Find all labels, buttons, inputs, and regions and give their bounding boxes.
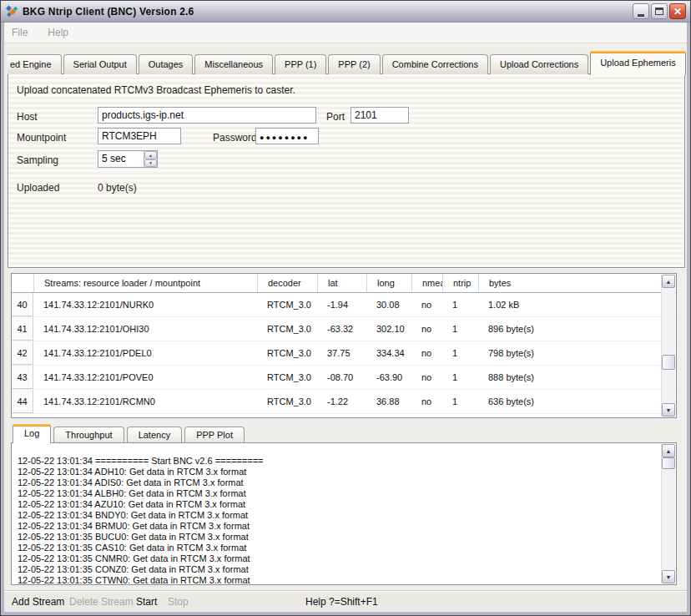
cell-stream[interactable]: 141.74.33.12:2101/RCMN0 bbox=[33, 390, 257, 413]
mountpoint-input[interactable] bbox=[98, 128, 181, 144]
cell-num[interactable]: 40 bbox=[12, 293, 33, 316]
cell-decoder[interactable]: RTCM_3.0 bbox=[257, 317, 317, 341]
sampling-spin-up[interactable]: ▲ bbox=[144, 151, 157, 159]
column-header-long[interactable]: long bbox=[366, 274, 411, 292]
tab-bar: ed EngineSerial OutputOutagesMiscellaneo… bbox=[8, 51, 685, 74]
scroll-up-icon: ▲ bbox=[666, 448, 672, 454]
cell-ntrip[interactable]: 1 bbox=[442, 366, 478, 389]
cell-ntrip[interactable]: 1 bbox=[442, 390, 478, 413]
cell-nmea[interactable]: no bbox=[411, 341, 442, 365]
cell-nmea[interactable]: no bbox=[411, 317, 442, 341]
minimize-button[interactable] bbox=[633, 3, 649, 19]
start-button[interactable]: Start bbox=[136, 596, 157, 608]
tab-upload-ephemeris[interactable]: Upload Ephemeris bbox=[590, 51, 686, 75]
column-header-bytes[interactable]: bytes bbox=[478, 274, 676, 292]
column-header-lat[interactable]: lat bbox=[317, 274, 366, 292]
cell-decoder[interactable]: RTCM_3.0 bbox=[257, 390, 317, 413]
log-line: 12-05-22 13:01:34 BRMU0: Get data in RTC… bbox=[18, 521, 656, 532]
column-header-decoder[interactable]: decoder bbox=[257, 274, 317, 292]
cell-bytes[interactable]: 636 byte(s) bbox=[478, 390, 676, 413]
streams-table: Streams: resource loader / mountpointdec… bbox=[11, 273, 677, 418]
cell-nmea[interactable]: no bbox=[411, 390, 442, 413]
tab-ed-engine[interactable]: ed Engine bbox=[8, 54, 62, 74]
tab-log[interactable]: Log bbox=[13, 424, 51, 443]
tab-ppp-2[interactable]: PPP (2) bbox=[328, 54, 380, 74]
cell-num[interactable]: 41 bbox=[12, 317, 33, 341]
cell-nmea[interactable]: no bbox=[411, 293, 442, 316]
cell-lat[interactable]: -08.70 bbox=[317, 366, 366, 389]
column-header-ntrip[interactable]: ntrip bbox=[442, 274, 478, 292]
tab-upload-corrections[interactable]: Upload Corrections bbox=[490, 54, 588, 74]
streams-header-corner bbox=[12, 274, 33, 292]
tab-outages[interactable]: Outages bbox=[139, 54, 194, 74]
cell-long[interactable]: -63.90 bbox=[366, 366, 411, 389]
cell-stream[interactable]: 141.74.33.12:2101/POVE0 bbox=[33, 366, 257, 389]
menu-bar: File Help bbox=[4, 23, 687, 43]
tab-ppp-1[interactable]: PPP (1) bbox=[275, 54, 326, 74]
cell-num[interactable]: 44 bbox=[12, 390, 33, 413]
cell-bytes[interactable]: 798 byte(s) bbox=[478, 341, 676, 365]
window-border-right bbox=[687, 23, 690, 615]
streams-scrollbar[interactable]: ▲ ▼ bbox=[661, 275, 675, 417]
cell-nmea[interactable]: no bbox=[411, 366, 442, 389]
scroll-up-icon: ▲ bbox=[666, 279, 672, 285]
cell-num[interactable]: 42 bbox=[12, 341, 33, 365]
stop-button[interactable]: Stop bbox=[168, 596, 189, 608]
cell-bytes[interactable]: 888 byte(s) bbox=[478, 366, 676, 389]
tab-ppp-plot[interactable]: PPP Plot bbox=[184, 427, 245, 442]
cell-stream[interactable]: 141.74.33.12:2101/OHI30 bbox=[33, 317, 257, 341]
cell-lat[interactable]: -63.32 bbox=[317, 317, 366, 341]
cell-long[interactable]: 334.34 bbox=[366, 341, 411, 365]
close-button[interactable]: ✕ bbox=[669, 3, 686, 19]
cell-stream[interactable]: 141.74.33.12:2101/PDEL0 bbox=[33, 341, 257, 365]
cell-lat[interactable]: -1.22 bbox=[317, 390, 366, 413]
tab-throughput[interactable]: Throughput bbox=[53, 427, 124, 442]
mountpoint-label: Mountpoint bbox=[17, 132, 66, 144]
cell-long[interactable]: 30.08 bbox=[366, 293, 411, 316]
cell-long[interactable]: 36.88 bbox=[366, 390, 411, 413]
cell-decoder[interactable]: RTCM_3.0 bbox=[257, 293, 317, 316]
cell-num[interactable]: 43 bbox=[12, 366, 33, 389]
tab-miscellaneous[interactable]: Miscellaneous bbox=[194, 54, 273, 74]
cell-stream[interactable]: 141.74.33.12:2101/NURK0 bbox=[33, 293, 257, 316]
cell-ntrip[interactable]: 1 bbox=[442, 293, 478, 316]
maximize-button[interactable] bbox=[651, 3, 668, 19]
cell-decoder[interactable]: RTCM_3.0 bbox=[257, 366, 317, 389]
app-window: BKG Ntrip Client (BNC) Version 2.6 ✕ Fil… bbox=[0, 0, 691, 616]
streams-scroll-down-button[interactable]: ▼ bbox=[662, 403, 675, 417]
host-input[interactable] bbox=[98, 107, 316, 124]
menu-help[interactable]: Help bbox=[48, 27, 68, 38]
password-input[interactable] bbox=[255, 128, 319, 144]
column-header-nmea[interactable]: nmea bbox=[411, 274, 442, 292]
menu-file[interactable]: File bbox=[12, 27, 28, 38]
cell-decoder[interactable]: RTCM_3.0 bbox=[257, 341, 317, 365]
cell-lat[interactable]: 37.75 bbox=[317, 341, 366, 365]
cell-ntrip[interactable]: 1 bbox=[442, 317, 478, 341]
log-scrollbar-thumb[interactable] bbox=[662, 457, 675, 469]
tab-latency[interactable]: Latency bbox=[127, 427, 183, 442]
log-scrollbar[interactable]: ▲ ▼ bbox=[661, 444, 675, 583]
cell-ntrip[interactable]: 1 bbox=[442, 341, 478, 365]
cell-lat[interactable]: -1.94 bbox=[317, 293, 366, 316]
streams-scrollbar-thumb[interactable] bbox=[662, 355, 675, 370]
cell-long[interactable]: 302.10 bbox=[366, 317, 411, 341]
sampling-spin-down[interactable]: ▼ bbox=[144, 159, 157, 168]
table-row: 40141.74.33.12:2101/NURK0RTCM_3.0-1.9430… bbox=[12, 293, 676, 317]
tab-serial-output[interactable]: Serial Output bbox=[63, 54, 137, 74]
tab-combine-corrections[interactable]: Combine Corrections bbox=[382, 54, 488, 74]
log-scroll-up-button[interactable]: ▲ bbox=[662, 444, 675, 457]
cell-bytes[interactable]: 896 byte(s) bbox=[478, 317, 676, 341]
cell-bytes[interactable]: 1.02 kB bbox=[478, 293, 676, 316]
minimize-icon bbox=[638, 14, 644, 17]
log-line: 12-05-22 13:01:35 CNMR0: Get data in RTC… bbox=[18, 553, 656, 564]
log-scroll-down-button[interactable]: ▼ bbox=[662, 570, 675, 583]
sampling-spinbox[interactable]: 5 sec ▲ ▼ bbox=[98, 150, 158, 168]
add-stream-button[interactable]: Add Stream bbox=[12, 596, 64, 608]
window-border-left bbox=[1, 23, 4, 615]
port-input[interactable] bbox=[351, 107, 409, 124]
streams-scroll-up-button[interactable]: ▲ bbox=[662, 275, 675, 288]
log-line: 12-05-22 13:01:35 CAS10: Get data in RTC… bbox=[18, 543, 656, 553]
column-header-streams[interactable]: Streams: resource loader / mountpoint bbox=[33, 274, 257, 292]
delete-stream-button[interactable]: Delete Stream bbox=[69, 596, 134, 608]
log-line: 12-05-22 13:01:34 BNDY0: Get data in RTC… bbox=[18, 510, 656, 521]
